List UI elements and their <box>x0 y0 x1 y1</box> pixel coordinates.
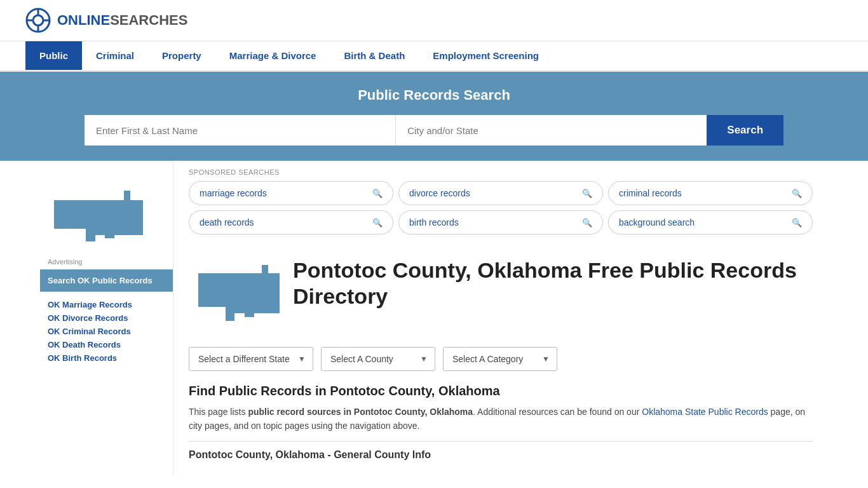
pill-search-icon-1: 🔍 <box>582 189 592 198</box>
main-content: SPONSORED SEARCHES marriage records 🔍 di… <box>173 161 828 476</box>
search-button[interactable]: Search <box>707 115 783 146</box>
logo[interactable]: ONLINESEARCHES <box>25 8 187 33</box>
pill-criminal[interactable]: criminal records 🔍 <box>608 181 813 205</box>
location-input[interactable] <box>396 115 707 146</box>
pill-search-icon-5: 🔍 <box>792 218 802 227</box>
category-dropdown[interactable]: Select A Category <box>443 347 557 371</box>
county-dropdown-wrapper: Select A County ▼ <box>321 347 435 371</box>
sidebar-ad-label: Advertising <box>40 258 173 269</box>
page-title: Pontotoc County, Oklahoma Free Public Re… <box>293 257 813 309</box>
sidebar-highlight-link[interactable]: Search OK Public Records <box>40 269 173 292</box>
nav-item-public[interactable]: Public <box>25 41 82 70</box>
sidebar-link-death[interactable]: OK Death Records <box>40 338 173 351</box>
nav-item-marriage[interactable]: Marriage & Divorce <box>215 41 330 70</box>
logo-icon <box>25 8 51 33</box>
sidebar: Advertising Search OK Public Records OK … <box>40 161 173 476</box>
find-title: Find Public Records in Pontotoc County, … <box>189 384 813 398</box>
pill-divorce[interactable]: divorce records 🔍 <box>398 181 603 205</box>
main-nav: Public Criminal Property Marriage & Divo… <box>0 41 868 71</box>
page-heading-area: Pontotoc County, Oklahoma Free Public Re… <box>189 245 813 347</box>
pill-search-icon-4: 🔍 <box>582 218 592 227</box>
state-dropdown-wrapper: Select a Different State ▼ <box>189 347 313 371</box>
sidebar-link-divorce[interactable]: OK Divorce Records <box>40 311 173 325</box>
category-dropdown-wrapper: Select A Category ▼ <box>443 347 557 371</box>
nav-item-birth[interactable]: Birth & Death <box>330 41 419 70</box>
county-dropdown[interactable]: Select A County <box>321 347 435 371</box>
sponsored-label: SPONSORED SEARCHES <box>189 161 813 181</box>
pill-search-icon-3: 🔍 <box>372 218 383 227</box>
pill-death[interactable]: death records 🔍 <box>189 210 393 234</box>
logo-text: ONLINESEARCHES <box>57 12 187 29</box>
pill-search-icon-0: 🔍 <box>372 189 383 198</box>
state-map-image <box>48 181 165 253</box>
pill-search-icon-2: 🔍 <box>792 189 802 198</box>
pill-marriage[interactable]: marriage records 🔍 <box>189 181 393 205</box>
sidebar-link-birth[interactable]: OK Birth Records <box>40 351 173 365</box>
ok-state-link[interactable]: Oklahoma State Public Records <box>642 407 768 417</box>
search-section: Public Records Search Search <box>0 72 868 161</box>
nav-item-property[interactable]: Property <box>148 41 215 70</box>
sidebar-link-marriage[interactable]: OK Marriage Records <box>40 298 173 311</box>
pill-birth[interactable]: birth records 🔍 <box>398 210 603 234</box>
state-dropdown[interactable]: Select a Different State <box>189 347 313 371</box>
find-description: This page lists public record sources in… <box>189 405 813 433</box>
sponsored-grid: marriage records 🔍 divorce records 🔍 cri… <box>189 181 813 234</box>
oklahoma-map <box>189 257 278 336</box>
search-bar: Search <box>85 115 783 146</box>
nav-item-criminal[interactable]: Criminal <box>82 41 148 70</box>
general-info-title: Pontotoc County, Oklahoma - General Coun… <box>189 449 813 461</box>
pill-background[interactable]: background search 🔍 <box>608 210 813 234</box>
nav-item-employment[interactable]: Employment Screening <box>419 41 553 70</box>
sidebar-link-criminal[interactable]: OK Criminal Records <box>40 325 173 338</box>
dropdown-row: Select a Different State ▼ Select A Coun… <box>189 347 813 371</box>
svg-point-1 <box>33 15 43 25</box>
name-input[interactable] <box>85 115 396 146</box>
search-title: Public Records Search <box>25 87 843 104</box>
divider <box>189 441 813 442</box>
